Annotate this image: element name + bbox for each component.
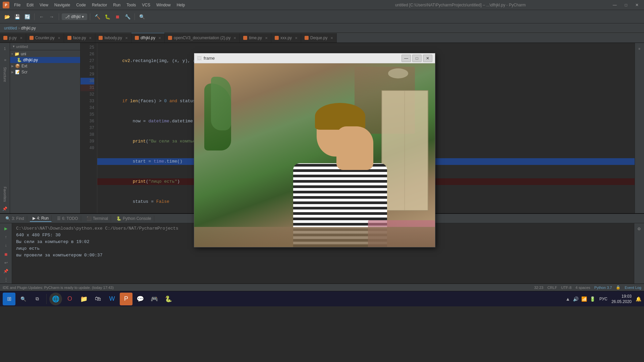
structure-button[interactable]: ≡ [1,56,9,64]
lang-indicator[interactable]: РУС [599,297,607,301]
find-tab[interactable]: 🔍 3: Find [3,216,27,222]
event-log[interactable]: Event Log [625,286,641,290]
todo-tab[interactable]: ☰ 6: TODO [54,216,81,222]
close-button[interactable]: ✕ [633,2,641,8]
breadcrumb-separator: › [18,26,20,31]
store-button[interactable]: 🛍 [92,293,104,305]
encoding[interactable]: UTF-8 [561,286,572,290]
chrome-button[interactable]: 🌐 [49,293,62,305]
close-tab-xxx[interactable]: ✕ [295,36,298,40]
menu-file[interactable]: File [11,2,23,8]
tab-face-py[interactable]: face.py ✕ [64,33,96,43]
tab-dfhjkl-py[interactable]: dfhjkl.py ✕ [131,33,165,43]
close-tab-counter[interactable]: ✕ [58,36,60,40]
search-taskbar-button[interactable]: 🔍 [17,293,30,305]
menu-edit[interactable]: Edit [24,2,36,8]
debug-button[interactable]: 🐛 [103,12,112,21]
pin-tab-button[interactable]: 📌 [2,267,10,275]
python-taskbar-button[interactable]: 🐍 [162,293,175,305]
menu-code[interactable]: Code [73,2,89,8]
frame-close-button[interactable]: ✕ [423,55,432,62]
discord-button[interactable]: 🎮 [148,293,161,305]
notification-center-button[interactable]: 🔔 [636,296,641,302]
task-view-button[interactable]: ⧉ [31,293,44,305]
breadcrumb-file[interactable]: dfhjkl.py [21,26,36,31]
tab-time-py[interactable]: time.py ✕ [240,33,271,43]
project-panel: ▾ untitled ▾ 📁 uni 🐍 dfhjkl.py ▶ 📦 Ext ▶… [10,43,80,213]
maximize-button[interactable]: □ [622,2,630,8]
sidebar-project-button[interactable]: 1 [1,44,9,53]
scroll-up-button[interactable]: ↑ [2,233,10,241]
stop-button[interactable]: ⏹ [113,12,122,21]
tab-p-py[interactable]: p.py ✕ [0,33,26,43]
volume-icon[interactable]: 🔊 [573,296,579,302]
menu-vcs[interactable]: VCS [139,2,153,8]
settings-run-button[interactable]: ⚙ [635,225,644,233]
menu-view[interactable]: View [37,2,51,8]
stop-run-button[interactable]: ⏹ [2,250,10,258]
tab-lwbody-py[interactable]: lwbody.py ✕ [95,33,131,43]
close-tab-dfhjkl[interactable]: ✕ [158,36,161,40]
tab-opencv-py[interactable]: openCV3_documentation (2).py ✕ [165,33,240,43]
menu-tools[interactable]: Tools [124,2,139,8]
close-tab-opencv[interactable]: ✕ [233,36,236,40]
opera-button[interactable]: O [63,293,76,305]
update-message: IDE and Plugin Updates: PyCharm is ready… [3,286,114,290]
frame-minimize-button[interactable]: — [401,55,411,62]
close-tab-time[interactable]: ✕ [265,36,268,40]
tab-counter-py[interactable]: Counter.py ✕ [26,33,64,43]
menu-run[interactable]: Run [110,2,123,8]
tree-item-external[interactable]: ▶ 📦 Ext [10,63,80,69]
battery-icon[interactable]: 🔋 [590,296,595,302]
clock[interactable]: 19:03 26.05.2020 [611,294,632,304]
more-run-button[interactable]: ⋮ [2,276,10,284]
menu-bar: File Edit View Navigate Code Refactor Ru… [11,2,311,8]
run-again-button[interactable]: ▶ [2,225,10,232]
forward-button[interactable]: → [47,12,56,21]
frame-maximize-button[interactable]: □ [412,55,422,62]
menu-help[interactable]: Help [174,2,188,8]
menu-refactor[interactable]: Refactor [89,2,110,8]
line-ending[interactable]: CRLF [547,286,557,290]
files-button[interactable]: 📁 [77,293,90,305]
structure-right-button[interactable]: ≡ [635,44,644,53]
close-tab-p-py[interactable]: ✕ [20,36,22,40]
open-file-button[interactable]: 📂 [3,12,11,21]
build-button[interactable]: 🔨 [93,12,102,21]
word-button[interactable]: W [106,293,118,305]
menu-navigate[interactable]: Navigate [52,2,73,8]
back-button[interactable]: ← [37,12,46,21]
teams-button[interactable]: 💬 [134,293,147,305]
close-tab-face[interactable]: ✕ [89,36,92,40]
cursor-position[interactable]: 32:23 [534,286,543,290]
search-button[interactable]: 🔍 [138,12,146,21]
pin-button[interactable]: 📌 [1,204,9,213]
python-version[interactable]: Python 3.7 [594,286,612,290]
network-icon[interactable]: 📶 [581,296,587,302]
pycharm-taskbar-button[interactable]: P [120,293,132,305]
close-tab-deque[interactable]: ✕ [330,36,333,40]
sync-button[interactable]: 🔄 [23,12,32,21]
tree-item-scratches[interactable]: ▶ 📝 Scr [10,69,80,75]
python-console-tab[interactable]: 🐍 Python Console [114,216,154,222]
indent-info[interactable]: 4 spaces [576,286,590,290]
wrap-output-button[interactable]: ↩ [2,259,10,267]
branch-selector[interactable]: ⎇ dfhjkl ▾ [62,13,87,20]
terminal-tab[interactable]: ⬛ Terminal [84,216,111,222]
start-button[interactable]: ⊞ [3,293,15,305]
save-button[interactable]: 💾 [13,12,21,21]
expand-tray-icon[interactable]: ▲ [566,296,570,302]
scroll-down-button[interactable]: ↓ [2,241,10,249]
minimize-button[interactable]: — [610,2,620,8]
settings-button[interactable]: 🔧 [123,12,132,21]
tab-xxx-py[interactable]: xxx.py ✕ [271,33,301,43]
tree-item-dfhjkl[interactable]: 🐍 dfhjkl.py [10,57,80,63]
tab-deque-py[interactable]: Deque.py ✕ [301,33,337,43]
right-sidebar: ≡ [635,43,644,213]
breadcrumb-project[interactable]: untitled [4,26,17,31]
run-tab[interactable]: ▶ 4: Run [30,215,52,222]
menu-window[interactable]: Window [154,2,173,8]
tree-item-untitled[interactable]: ▾ 📁 uni [10,51,80,57]
close-tab-lwbody[interactable]: ✕ [125,36,128,40]
frame-title-text: frame [204,56,399,61]
